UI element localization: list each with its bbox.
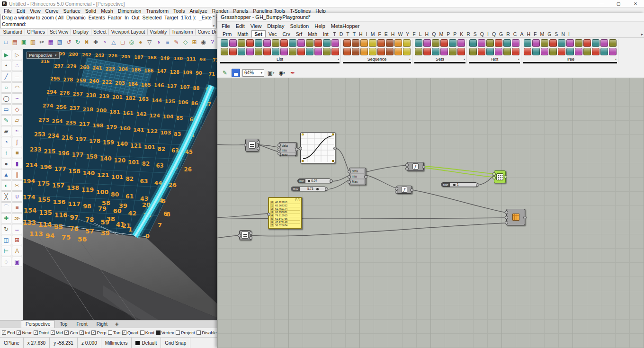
bezier-curve[interactable] [303, 136, 332, 159]
list-tool-icon[interactable] [229, 48, 237, 55]
layers-icon[interactable]: ≡ [163, 37, 172, 47]
input-port[interactable] [395, 190, 398, 194]
gh-tab-letter-17[interactable]: P [445, 31, 452, 37]
gh-slider-side[interactable]: side 1 [441, 182, 478, 187]
list-tool-icon[interactable] [221, 48, 228, 55]
gh-tab-letter-10[interactable]: W [396, 31, 404, 37]
toolbar-tab-select[interactable]: Select [91, 29, 109, 35]
polygon-icon[interactable]: ◇ [12, 104, 22, 115]
list-tool-icon[interactable] [272, 48, 279, 55]
sequence-tool-icon[interactable] [403, 39, 411, 47]
list-tool-icon[interactable] [280, 39, 288, 47]
sets-tool-icon[interactable] [457, 39, 465, 47]
point-icon[interactable]: • [1, 61, 11, 71]
slider-knob[interactable] [453, 184, 456, 186]
slider-knob[interactable] [316, 188, 319, 190]
tree-tool-icon[interactable] [524, 48, 531, 55]
text-tool-icon[interactable] [478, 48, 485, 55]
input-port[interactable] [492, 176, 496, 179]
point-cloud-icon[interactable]: ∴ [12, 61, 22, 71]
gh-tab-letter-7[interactable]: F [376, 31, 383, 37]
text-tool-icon[interactable] [495, 39, 502, 47]
output-port[interactable] [257, 147, 260, 150]
tree-tool-icon[interactable] [549, 48, 557, 55]
viewport-title-dropdown[interactable]: Perspective ▼ [27, 52, 60, 59]
status-default[interactable]: Default [132, 338, 161, 348]
tree-tool-icon[interactable] [583, 48, 591, 55]
command-scrollbar[interactable]: ▲▼ [212, 15, 216, 27]
sets-tool-icon[interactable] [432, 48, 439, 55]
gh-component-expression-2[interactable]: ƒ [396, 186, 412, 194]
grip-handle[interactable] [302, 134, 304, 135]
gh-slider-max[interactable]: Max 5.73 [291, 187, 327, 191]
grip-handle[interactable] [332, 160, 334, 162]
rhino-menu-view[interactable]: View [27, 8, 43, 14]
text-tool-icon[interactable] [469, 48, 477, 55]
gh-tab-letter-27[interactable]: C [511, 31, 519, 37]
grid-toggle-icon[interactable]: ⊞ [190, 37, 199, 47]
gh-graph-mapper[interactable] [300, 132, 335, 163]
pan-viewport-icon[interactable]: ✚ [115, 322, 119, 327]
tree-tool-icon[interactable] [541, 39, 548, 47]
cone-icon[interactable]: ▲ [1, 170, 11, 180]
rhino-menu-dimension[interactable]: Dimension [116, 8, 144, 14]
scale-tool-icon[interactable]: ↔ [12, 224, 22, 234]
viewport-tab-perspective[interactable]: Perspective [21, 321, 55, 328]
sets-tool-icon[interactable] [457, 48, 465, 55]
list-tool-icon[interactable] [255, 48, 262, 55]
output-port[interactable] [476, 183, 479, 187]
rhino-menu-analyze[interactable]: Analyze [187, 8, 209, 14]
toolbar-tab-viewport-layout[interactable]: Viewport Layout [109, 29, 148, 35]
osnap-vertex[interactable]: Vertex [156, 330, 174, 335]
save-icon[interactable] [232, 69, 240, 77]
grip-handle[interactable] [332, 134, 334, 135]
tree-tool-icon[interactable] [600, 48, 608, 55]
gh-tab-letter-34[interactable]: N [560, 31, 567, 37]
gh-tab-math[interactable]: Math [234, 31, 251, 37]
tree-tool-icon[interactable] [549, 39, 557, 47]
circle-icon[interactable]: ○ [1, 82, 11, 93]
copy-icon[interactable]: ▦ [46, 37, 55, 47]
trim-icon[interactable]: ✂ [12, 180, 22, 191]
osnap-perp[interactable]: ✓Perp [91, 330, 106, 335]
rotate-tool-icon[interactable]: ↻ [1, 224, 11, 234]
zoom-extents-icon[interactable]: ◎ [127, 37, 136, 47]
pan-icon[interactable]: ● [136, 37, 145, 47]
curve-tools-icon[interactable]: ✎ [1, 115, 11, 125]
output-port[interactable] [295, 148, 298, 151]
status-cplane[interactable]: CPlane [0, 338, 24, 348]
output-port[interactable] [523, 216, 527, 219]
gh-component-grid-selected[interactable] [494, 170, 506, 183]
gh-menu-edit[interactable]: Edit [233, 23, 248, 29]
gh-tab-letter-24[interactable]: Q [490, 31, 497, 37]
gh-tab-letter-0[interactable]: T [331, 31, 338, 37]
tree-tool-icon[interactable] [541, 48, 548, 55]
sequence-tool-icon[interactable] [386, 48, 394, 55]
sweep-icon[interactable]: ∫ [12, 137, 22, 147]
osnap-tan[interactable]: Tan [108, 330, 120, 335]
output-port[interactable] [422, 165, 425, 169]
viewport-tab-right[interactable]: Right [92, 321, 112, 328]
freeform-curve-icon[interactable]: ~ [12, 93, 22, 104]
sequence-tool-icon[interactable] [343, 48, 351, 55]
hide-icon[interactable]: ◌ [1, 257, 11, 267]
list-tool-icon[interactable] [272, 39, 279, 47]
rhino-menu-solid[interactable]: Solid [83, 8, 98, 14]
gh-component-remap-2[interactable]: data min Max [349, 168, 366, 185]
viewport-3d-scene[interactable]: 3162992802622432262051871681491301119373… [23, 49, 217, 320]
gh-component-param-2[interactable] [239, 230, 251, 240]
list-tool-icon[interactable] [280, 48, 288, 55]
gh-menu-file[interactable]: File [219, 23, 233, 29]
gh-tab-letter-25[interactable]: G [498, 31, 505, 37]
capture-views-icon[interactable]: ▣▾ [267, 69, 275, 77]
sphere-icon[interactable]: ● [1, 159, 11, 169]
text-tool-icon[interactable] [486, 48, 494, 55]
redo-icon[interactable]: ↻ [73, 37, 82, 47]
viewport-tab-front[interactable]: Front [72, 321, 91, 328]
osnap-checkbox[interactable]: ✓ [51, 330, 55, 335]
osnap-checkbox[interactable]: ✓ [91, 330, 96, 335]
gh-menu-display[interactable]: Display [264, 23, 287, 29]
osnap-project[interactable]: Project [176, 330, 195, 335]
sequence-tool-icon[interactable] [360, 48, 368, 55]
osnap-checkbox[interactable]: ✓ [34, 330, 38, 335]
